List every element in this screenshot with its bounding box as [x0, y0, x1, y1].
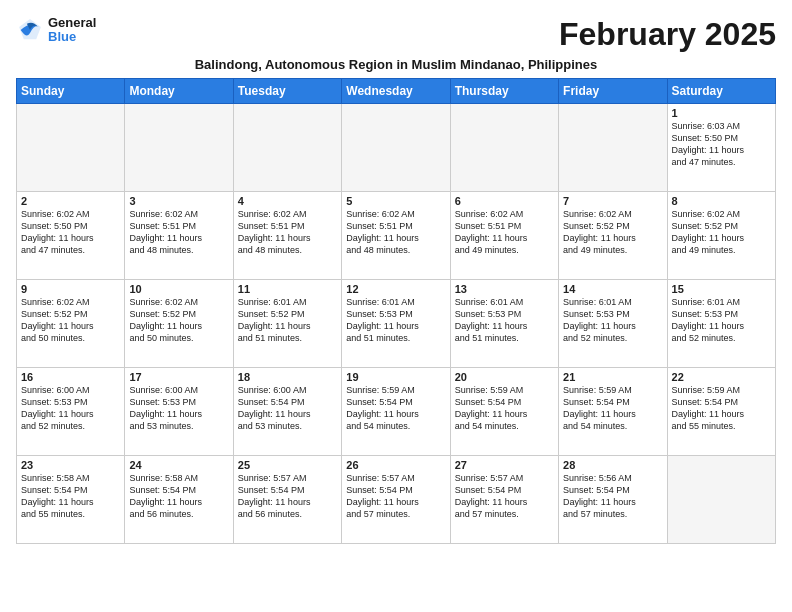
week-row-0: 1Sunrise: 6:03 AM Sunset: 5:50 PM Daylig… — [17, 104, 776, 192]
day-info: Sunrise: 6:00 AM Sunset: 5:54 PM Dayligh… — [238, 384, 337, 433]
day-info: Sunrise: 6:02 AM Sunset: 5:51 PM Dayligh… — [455, 208, 554, 257]
weekday-header-row: SundayMondayTuesdayWednesdayThursdayFrid… — [17, 79, 776, 104]
logo-text: General Blue — [48, 16, 96, 45]
day-info: Sunrise: 6:02 AM Sunset: 5:51 PM Dayligh… — [129, 208, 228, 257]
week-row-2: 9Sunrise: 6:02 AM Sunset: 5:52 PM Daylig… — [17, 280, 776, 368]
day-cell: 22Sunrise: 5:59 AM Sunset: 5:54 PM Dayli… — [667, 368, 775, 456]
day-info: Sunrise: 5:59 AM Sunset: 5:54 PM Dayligh… — [346, 384, 445, 433]
day-cell: 10Sunrise: 6:02 AM Sunset: 5:52 PM Dayli… — [125, 280, 233, 368]
day-info: Sunrise: 5:59 AM Sunset: 5:54 PM Dayligh… — [455, 384, 554, 433]
day-cell: 19Sunrise: 5:59 AM Sunset: 5:54 PM Dayli… — [342, 368, 450, 456]
logo-line1: General — [48, 16, 96, 30]
day-info: Sunrise: 6:02 AM Sunset: 5:52 PM Dayligh… — [129, 296, 228, 345]
day-number: 8 — [672, 195, 771, 207]
day-info: Sunrise: 5:58 AM Sunset: 5:54 PM Dayligh… — [21, 472, 120, 521]
day-cell: 12Sunrise: 6:01 AM Sunset: 5:53 PM Dayli… — [342, 280, 450, 368]
weekday-friday: Friday — [559, 79, 667, 104]
day-cell: 27Sunrise: 5:57 AM Sunset: 5:54 PM Dayli… — [450, 456, 558, 544]
day-cell: 8Sunrise: 6:02 AM Sunset: 5:52 PM Daylig… — [667, 192, 775, 280]
day-info: Sunrise: 5:59 AM Sunset: 5:54 PM Dayligh… — [563, 384, 662, 433]
day-info: Sunrise: 6:02 AM Sunset: 5:52 PM Dayligh… — [21, 296, 120, 345]
day-number: 13 — [455, 283, 554, 295]
day-cell — [342, 104, 450, 192]
day-number: 15 — [672, 283, 771, 295]
day-number: 7 — [563, 195, 662, 207]
day-info: Sunrise: 5:57 AM Sunset: 5:54 PM Dayligh… — [346, 472, 445, 521]
day-cell: 6Sunrise: 6:02 AM Sunset: 5:51 PM Daylig… — [450, 192, 558, 280]
day-cell — [233, 104, 341, 192]
day-info: Sunrise: 6:01 AM Sunset: 5:53 PM Dayligh… — [563, 296, 662, 345]
logo: General Blue — [16, 16, 96, 45]
day-cell: 14Sunrise: 6:01 AM Sunset: 5:53 PM Dayli… — [559, 280, 667, 368]
day-cell: 5Sunrise: 6:02 AM Sunset: 5:51 PM Daylig… — [342, 192, 450, 280]
day-cell: 9Sunrise: 6:02 AM Sunset: 5:52 PM Daylig… — [17, 280, 125, 368]
day-cell: 21Sunrise: 5:59 AM Sunset: 5:54 PM Dayli… — [559, 368, 667, 456]
day-cell — [667, 456, 775, 544]
weekday-wednesday: Wednesday — [342, 79, 450, 104]
day-info: Sunrise: 6:02 AM Sunset: 5:50 PM Dayligh… — [21, 208, 120, 257]
day-cell: 23Sunrise: 5:58 AM Sunset: 5:54 PM Dayli… — [17, 456, 125, 544]
day-info: Sunrise: 5:58 AM Sunset: 5:54 PM Dayligh… — [129, 472, 228, 521]
day-number: 17 — [129, 371, 228, 383]
day-number: 6 — [455, 195, 554, 207]
day-cell: 2Sunrise: 6:02 AM Sunset: 5:50 PM Daylig… — [17, 192, 125, 280]
weekday-monday: Monday — [125, 79, 233, 104]
day-number: 1 — [672, 107, 771, 119]
day-info: Sunrise: 6:00 AM Sunset: 5:53 PM Dayligh… — [21, 384, 120, 433]
day-cell: 28Sunrise: 5:56 AM Sunset: 5:54 PM Dayli… — [559, 456, 667, 544]
header: General Blue February 2025 — [16, 16, 776, 53]
day-number: 28 — [563, 459, 662, 471]
week-row-1: 2Sunrise: 6:02 AM Sunset: 5:50 PM Daylig… — [17, 192, 776, 280]
day-info: Sunrise: 5:56 AM Sunset: 5:54 PM Dayligh… — [563, 472, 662, 521]
day-number: 23 — [21, 459, 120, 471]
day-cell: 16Sunrise: 6:00 AM Sunset: 5:53 PM Dayli… — [17, 368, 125, 456]
day-info: Sunrise: 6:01 AM Sunset: 5:53 PM Dayligh… — [346, 296, 445, 345]
day-cell: 26Sunrise: 5:57 AM Sunset: 5:54 PM Dayli… — [342, 456, 450, 544]
day-info: Sunrise: 6:02 AM Sunset: 5:52 PM Dayligh… — [563, 208, 662, 257]
weekday-sunday: Sunday — [17, 79, 125, 104]
day-cell: 1Sunrise: 6:03 AM Sunset: 5:50 PM Daylig… — [667, 104, 775, 192]
weekday-thursday: Thursday — [450, 79, 558, 104]
day-number: 5 — [346, 195, 445, 207]
day-info: Sunrise: 6:02 AM Sunset: 5:51 PM Dayligh… — [238, 208, 337, 257]
day-cell — [450, 104, 558, 192]
logo-line2: Blue — [48, 30, 96, 44]
day-info: Sunrise: 5:59 AM Sunset: 5:54 PM Dayligh… — [672, 384, 771, 433]
weekday-saturday: Saturday — [667, 79, 775, 104]
day-cell: 17Sunrise: 6:00 AM Sunset: 5:53 PM Dayli… — [125, 368, 233, 456]
day-number: 25 — [238, 459, 337, 471]
day-number: 2 — [21, 195, 120, 207]
day-cell: 15Sunrise: 6:01 AM Sunset: 5:53 PM Dayli… — [667, 280, 775, 368]
day-info: Sunrise: 5:57 AM Sunset: 5:54 PM Dayligh… — [238, 472, 337, 521]
day-cell: 20Sunrise: 5:59 AM Sunset: 5:54 PM Dayli… — [450, 368, 558, 456]
weekday-tuesday: Tuesday — [233, 79, 341, 104]
day-number: 21 — [563, 371, 662, 383]
day-info: Sunrise: 6:00 AM Sunset: 5:53 PM Dayligh… — [129, 384, 228, 433]
day-cell: 4Sunrise: 6:02 AM Sunset: 5:51 PM Daylig… — [233, 192, 341, 280]
day-cell: 3Sunrise: 6:02 AM Sunset: 5:51 PM Daylig… — [125, 192, 233, 280]
day-info: Sunrise: 6:02 AM Sunset: 5:52 PM Dayligh… — [672, 208, 771, 257]
month-title: February 2025 — [559, 16, 776, 53]
day-info: Sunrise: 5:57 AM Sunset: 5:54 PM Dayligh… — [455, 472, 554, 521]
day-number: 10 — [129, 283, 228, 295]
day-info: Sunrise: 6:01 AM Sunset: 5:52 PM Dayligh… — [238, 296, 337, 345]
week-row-3: 16Sunrise: 6:00 AM Sunset: 5:53 PM Dayli… — [17, 368, 776, 456]
day-cell: 25Sunrise: 5:57 AM Sunset: 5:54 PM Dayli… — [233, 456, 341, 544]
day-cell: 13Sunrise: 6:01 AM Sunset: 5:53 PM Dayli… — [450, 280, 558, 368]
day-info: Sunrise: 6:01 AM Sunset: 5:53 PM Dayligh… — [672, 296, 771, 345]
day-cell — [559, 104, 667, 192]
day-number: 4 — [238, 195, 337, 207]
week-row-4: 23Sunrise: 5:58 AM Sunset: 5:54 PM Dayli… — [17, 456, 776, 544]
day-number: 14 — [563, 283, 662, 295]
day-number: 24 — [129, 459, 228, 471]
day-number: 18 — [238, 371, 337, 383]
day-cell — [125, 104, 233, 192]
day-number: 20 — [455, 371, 554, 383]
day-info: Sunrise: 6:03 AM Sunset: 5:50 PM Dayligh… — [672, 120, 771, 169]
day-cell: 7Sunrise: 6:02 AM Sunset: 5:52 PM Daylig… — [559, 192, 667, 280]
day-cell: 18Sunrise: 6:00 AM Sunset: 5:54 PM Dayli… — [233, 368, 341, 456]
day-number: 11 — [238, 283, 337, 295]
logo-icon — [16, 16, 44, 44]
day-number: 9 — [21, 283, 120, 295]
day-number: 16 — [21, 371, 120, 383]
